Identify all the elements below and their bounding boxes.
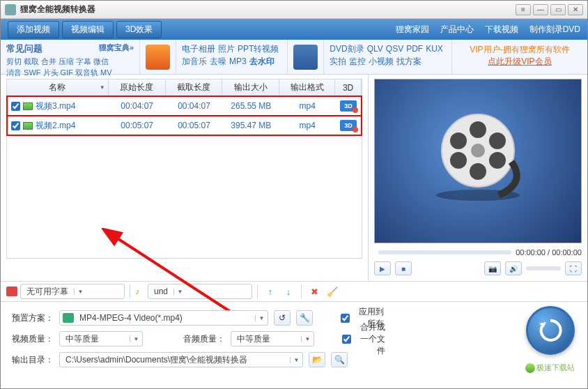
svg-point-3 — [471, 144, 485, 158]
nav-burn[interactable]: 制作刻录DVD — [529, 24, 580, 36]
seek-bar[interactable] — [378, 250, 511, 254]
minimize-button[interactable]: — — [533, 4, 548, 15]
nav-products[interactable]: 产品中心 — [440, 24, 474, 36]
col-output-size[interactable]: 输出大小 — [222, 79, 279, 96]
main-toolbar: 添加视频 视频编辑 3D效果 狸窝家园 产品中心 下载视频 制作刻录DVD — [1, 19, 587, 40]
col-orig-length[interactable]: 原始长度 — [109, 79, 166, 96]
nav-home[interactable]: 狸窝家园 — [396, 24, 429, 36]
volume-button[interactable]: 🔊 — [505, 261, 522, 275]
vip-upgrade-link[interactable]: 点此升级VIP会员 — [456, 56, 583, 68]
svg-point-4 — [470, 121, 486, 138]
options-button[interactable]: ≡ — [516, 4, 531, 15]
move-down-button[interactable]: ↓ — [281, 284, 296, 298]
merge-checkbox[interactable]: 合并成一个文件 — [342, 321, 385, 357]
table-row[interactable]: 视频2.mp4 00:05:07 00:05:07 395.47 MB mp4 … — [7, 116, 362, 135]
app-icon — [5, 4, 16, 15]
film-reel-icon — [429, 106, 527, 204]
mp4-icon — [63, 313, 74, 323]
snapshot-button[interactable]: 📷 — [484, 261, 501, 275]
add-video-button[interactable]: 添加视频 — [8, 21, 59, 38]
3d-badge[interactable]: 3D — [340, 100, 357, 112]
3d-badge[interactable]: 3D — [340, 120, 357, 131]
table-header: 名称▼ 原始长度 截取长度 输出大小 输出格式 3D — [7, 79, 362, 96]
faq-title: 常见问题 — [6, 43, 42, 55]
output-dir-field[interactable]: C:\Users\admin\Documents\狸窝\全能视频转换器▼ — [59, 352, 303, 367]
output-dir-label: 输出目录： — [10, 354, 54, 366]
file-list-panel: 名称▼ 原始长度 截取长度 输出大小 输出格式 3D 视频3.mp4 00:04… — [1, 75, 369, 281]
album-links: 电子相册照片PPT转视频 加音乐去噪MP3去水印 — [176, 40, 288, 74]
clear-button[interactable]: 🧹 — [325, 284, 340, 298]
col-name[interactable]: 名称▼ — [7, 79, 109, 96]
preset-select[interactable]: MP4-MPEG-4 Video(*.mp4)▼ — [59, 310, 268, 326]
volume-slider[interactable] — [526, 266, 561, 270]
window-title: 狸窝全能视频转换器 — [20, 3, 516, 15]
faq-section: 常见问题 狸窝宝典» 剪切 截取 合并 压缩 字幕 微信 消音 SWF 片头 G… — [1, 40, 140, 74]
maximize-button[interactable]: ▭ — [550, 4, 566, 15]
dvd-icon-section[interactable] — [288, 40, 324, 74]
preset-settings-button[interactable]: 🔧 — [296, 310, 313, 326]
stop-button[interactable]: ■ — [395, 261, 412, 275]
action-bar: 无可用字幕▼ ♪ und▼ ↑ ↓ ✖ 🧹 — [1, 281, 587, 302]
nav-download[interactable]: 下载视频 — [485, 24, 518, 36]
vip-section: VIP用户-拥有狸窝所有软件 点此升级VIP会员 — [452, 40, 587, 74]
col-crop-length[interactable]: 截取长度 — [166, 79, 223, 96]
row-checkbox[interactable] — [11, 121, 20, 130]
col-3d[interactable]: 3D — [335, 79, 362, 96]
watermark: 极速下载站 — [525, 363, 575, 373]
video-icon — [23, 122, 33, 130]
vip-text: VIP用户-拥有狸窝所有软件 — [456, 44, 583, 56]
convert-button[interactable] — [526, 306, 575, 355]
preview-panel: 00:00:00 / 00:00:00 ▶ ■ 📷 🔊 ⛶ — [369, 75, 587, 281]
close-button[interactable]: ✕ — [568, 4, 583, 15]
table-row[interactable]: 视频3.mp4 00:04:07 00:04:07 265.55 MB mp4 … — [7, 96, 362, 116]
preview-screen[interactable] — [374, 79, 582, 243]
video-quality-label: 视频质量： — [10, 333, 54, 345]
video-quality-select[interactable]: 中等质量▼ — [59, 331, 143, 346]
svg-point-9 — [489, 152, 506, 169]
preset-clear-button[interactable]: ↺ — [274, 310, 291, 326]
faq-link[interactable]: 狸窝宝典» — [99, 43, 134, 55]
3d-effect-button[interactable]: 3D效果 — [116, 21, 162, 38]
preset-label: 预置方案： — [10, 312, 54, 324]
ppt-icon-section[interactable] — [140, 40, 176, 74]
faq-line1[interactable]: 剪切 截取 合并 压缩 字幕 微信 — [6, 56, 134, 66]
browse-button[interactable]: 🔍 — [331, 352, 348, 367]
svg-point-6 — [450, 132, 467, 149]
settings-panel: 预置方案： MP4-MPEG-4 Video(*.mp4)▼ ↺ 🔧 应用到所有… — [1, 302, 587, 376]
remove-button[interactable]: ✖ — [307, 284, 322, 298]
row-checkbox[interactable] — [11, 102, 20, 111]
audio-quality-label: 音频质量： — [182, 333, 225, 345]
move-up-button[interactable]: ↑ — [263, 284, 278, 298]
titlebar: 狸窝全能视频转换器 ≡ — ▭ ✕ — [1, 1, 587, 19]
svg-point-7 — [489, 132, 506, 149]
dvd-links: DVD刻录QLVQSVPDFKUX 实拍监控小视频找方案 — [324, 40, 452, 74]
play-button[interactable]: ▶ — [374, 261, 391, 275]
open-folder-button[interactable]: 📂 — [309, 352, 325, 367]
col-output-format[interactable]: 输出格式 — [279, 79, 335, 96]
audio-track-select[interactable]: und▼ — [148, 284, 252, 299]
ribbon: 常见问题 狸窝宝典» 剪切 截取 合并 压缩 字幕 微信 消音 SWF 片头 G… — [1, 40, 587, 75]
audio-quality-select[interactable]: 中等质量▼ — [231, 331, 314, 346]
subtitle-icon — [6, 287, 17, 296]
video-icon — [23, 102, 33, 110]
svg-point-8 — [450, 152, 467, 169]
svg-point-5 — [470, 163, 486, 180]
video-edit-button[interactable]: 视频编辑 — [62, 21, 114, 38]
fullscreen-button[interactable]: ⛶ — [565, 261, 582, 275]
subtitle-select[interactable]: 无可用字幕▼ — [20, 284, 125, 299]
